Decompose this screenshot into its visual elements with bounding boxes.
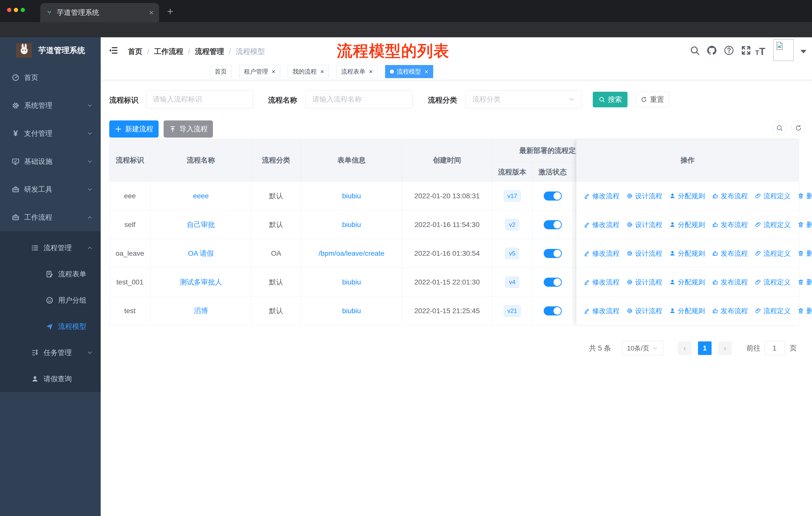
action-design[interactable]: 设计流程 — [626, 220, 662, 229]
sidebar-item-monitor[interactable]: 基础设施 — [0, 147, 101, 175]
tag-close-icon[interactable]: × — [369, 68, 373, 75]
action-design[interactable]: 设计流程 — [626, 278, 662, 287]
form-info-link[interactable]: biubiu — [301, 182, 402, 210]
form-info-link[interactable]: biubiu — [301, 210, 402, 239]
sidebar-item-user[interactable]: 请假查询 — [0, 366, 101, 392]
sidebar-item-tasks[interactable]: 任务管理 — [0, 340, 101, 366]
window-close-dot[interactable] — [7, 8, 11, 12]
process-name-link[interactable]: OA 请假 — [150, 239, 252, 268]
active-toggle[interactable] — [544, 220, 562, 229]
next-page-button[interactable]: › — [718, 342, 732, 355]
new-tab-icon[interactable]: + — [167, 5, 173, 18]
font-size-icon[interactable]: TT — [755, 46, 765, 57]
browser-tab[interactable]: 芋道管理系统 × — [40, 3, 159, 22]
row-actions: 修改流程设计流程分配规则发布流程流程定义删除 — [576, 182, 799, 210]
sidebar-item-send[interactable]: 流程模型 — [0, 314, 101, 340]
github-icon[interactable] — [706, 45, 717, 56]
action-design[interactable]: 设计流程 — [626, 191, 662, 200]
action-publish[interactable]: 发布流程 — [712, 249, 748, 258]
action-publish[interactable]: 发布流程 — [712, 306, 748, 316]
action-publish[interactable]: 发布流程 — [712, 220, 748, 229]
active-toggle[interactable] — [544, 249, 562, 258]
process-key-input[interactable] — [146, 90, 253, 108]
refresh-table-button[interactable] — [791, 121, 806, 135]
brand[interactable]: 芋道管理系统 — [0, 37, 101, 63]
action-delete[interactable]: 删除 — [798, 220, 812, 229]
action-edit[interactable]: 修改流程 — [583, 191, 619, 200]
action-assign[interactable]: 分配规则 — [669, 249, 705, 258]
tag-close-icon[interactable]: × — [271, 68, 276, 75]
process-name-link[interactable]: 滔博 — [150, 297, 252, 325]
refresh-icon — [640, 96, 647, 103]
action-definition[interactable]: 流程定义 — [755, 191, 791, 200]
toggle-search-button[interactable] — [772, 121, 787, 135]
process-name-link[interactable]: 测试多审批人 — [150, 268, 252, 296]
sidebar-item-dashboard[interactable]: 首页 — [0, 63, 101, 91]
process-name-input[interactable] — [306, 90, 413, 108]
tag-close-icon[interactable]: × — [425, 68, 428, 75]
sidebar-item-list[interactable]: 流程管理 — [0, 235, 101, 261]
sidebar-item-toolbox[interactable]: 研发工具 — [0, 175, 101, 203]
action-assign[interactable]: 分配规则 — [669, 306, 705, 316]
action-delete[interactable]: 删除 — [798, 249, 812, 258]
process-name-link[interactable]: 自己审批 — [150, 210, 252, 239]
tag-close-icon[interactable]: × — [320, 68, 324, 75]
fullscreen-icon[interactable] — [741, 45, 752, 56]
action-definition[interactable]: 流程定义 — [755, 306, 791, 316]
tab-close-icon[interactable]: × — [149, 8, 153, 17]
prev-page-button[interactable]: ‹ — [678, 342, 691, 355]
tag-item[interactable]: 租户管理× — [239, 65, 280, 78]
sidebar-item-gear[interactable]: 系统管理 — [0, 91, 101, 119]
action-delete[interactable]: 删除 — [798, 191, 812, 200]
breadcrumb-home[interactable]: 首页 — [128, 47, 142, 57]
goto-page-input[interactable] — [764, 341, 785, 355]
action-assign[interactable]: 分配规则 — [669, 191, 705, 200]
process-category-select[interactable]: 流程分类 — [466, 90, 582, 108]
action-definition[interactable]: 流程定义 — [755, 220, 791, 229]
process-name-link[interactable]: eeee — [150, 182, 252, 210]
tag-item[interactable]: 流程表单× — [336, 65, 377, 78]
form-info-link[interactable]: biubiu — [301, 268, 402, 296]
action-publish[interactable]: 发布流程 — [712, 191, 748, 200]
window-zoom-dot[interactable] — [21, 8, 25, 12]
action-delete[interactable]: 删除 — [798, 306, 812, 316]
avatar[interactable] — [773, 39, 794, 61]
active-toggle[interactable] — [544, 278, 562, 287]
current-page-button[interactable]: 1 — [698, 342, 712, 355]
tag-item[interactable]: 我的流程× — [288, 65, 329, 78]
active-toggle[interactable] — [544, 191, 562, 200]
sidebar-item-briefcase[interactable]: 工作流程 — [0, 203, 101, 231]
import-process-button[interactable]: 导入流程 — [164, 120, 213, 138]
help-icon[interactable] — [723, 45, 734, 56]
sidebar-item-group[interactable]: 用户分组 — [0, 287, 101, 314]
breadcrumb-workflow[interactable]: 工作流程 — [154, 47, 183, 57]
breadcrumb-process-manage[interactable]: 流程管理 — [195, 47, 224, 57]
search-icon[interactable] — [689, 45, 700, 56]
avatar-caret-icon[interactable] — [801, 50, 807, 53]
form-info-link[interactable]: biubiu — [301, 297, 402, 325]
tag-item[interactable]: 首页 — [210, 65, 232, 78]
action-assign[interactable]: 分配规则 — [669, 278, 705, 287]
action-edit[interactable]: 修改流程 — [583, 220, 619, 229]
sidebar-fold-icon[interactable] — [108, 45, 118, 55]
search-button[interactable]: 搜索 — [593, 92, 628, 107]
action-edit[interactable]: 修改流程 — [583, 306, 619, 316]
action-edit[interactable]: 修改流程 — [583, 249, 619, 258]
sidebar-item-form[interactable]: 流程表单 — [0, 261, 101, 287]
active-toggle[interactable] — [544, 306, 562, 316]
action-definition[interactable]: 流程定义 — [755, 278, 791, 287]
action-publish[interactable]: 发布流程 — [712, 278, 748, 287]
tag-item[interactable]: 流程模型× — [385, 65, 433, 78]
action-definition[interactable]: 流程定义 — [755, 249, 791, 258]
window-minimize-dot[interactable] — [14, 8, 18, 12]
sidebar-item-yen[interactable]: ¥支付管理 — [0, 119, 101, 147]
action-delete[interactable]: 删除 — [798, 278, 812, 287]
page-size-select[interactable]: 10条/页 — [622, 341, 663, 355]
action-edit[interactable]: 修改流程 — [583, 278, 619, 287]
form-info-link[interactable]: /bpm/oa/leave/create — [301, 239, 402, 268]
new-process-button[interactable]: 新建流程 — [109, 120, 158, 138]
reset-button[interactable]: 重置 — [635, 92, 669, 107]
action-design[interactable]: 设计流程 — [626, 249, 662, 258]
action-design[interactable]: 设计流程 — [626, 306, 662, 316]
action-assign[interactable]: 分配规则 — [669, 220, 705, 229]
